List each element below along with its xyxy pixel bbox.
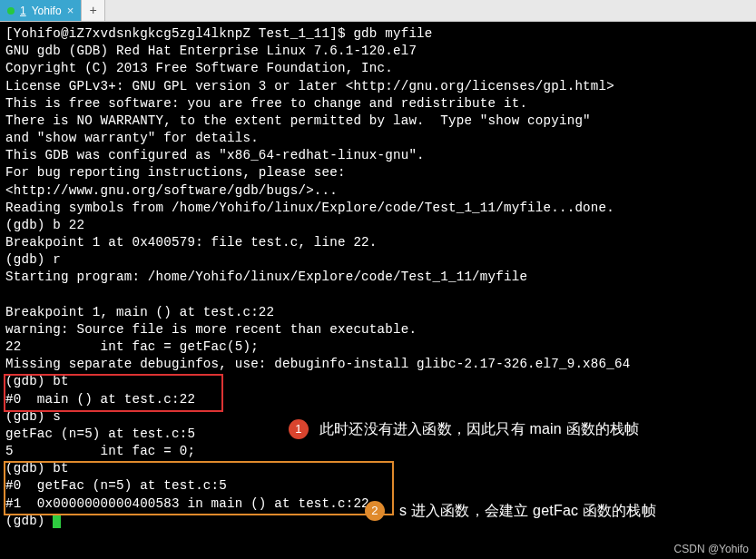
terminal-line: <http://www.gnu.org/software/gdb/bugs/>.… (5, 183, 338, 198)
terminal-output[interactable]: [Yohifo@iZ7xvdsnkgkcg5zgl4lknpZ Test_1_1… (0, 22, 756, 559)
terminal-line: (gdb) b 22 (5, 218, 84, 232)
terminal-line: This is free software: you are free to c… (5, 96, 527, 111)
terminal-line: #0 getFac (n=5) at test.c:5 (5, 478, 227, 493)
terminal-line: License GPLv3+: GNU GPL version 3 or lat… (5, 79, 614, 93)
terminal-line: For bug reporting instructions, please s… (5, 165, 346, 180)
terminal-line: [Yohifo@iZ7xvdsnkgkcg5zgl4lknpZ Test_1_1… (5, 26, 433, 41)
terminal-line: #0 main () at test.c:22 (5, 392, 195, 407)
terminal-line: Reading symbols from /home/Yohifo/linux/… (5, 201, 614, 215)
plus-icon: + (90, 4, 97, 18)
terminal-line: There is NO WARRANTY, to the extent perm… (5, 113, 591, 128)
tab-prefix: 1 (20, 5, 26, 17)
tab-title: Yohifo (32, 5, 62, 17)
terminal-line: (gdb) r (5, 252, 61, 267)
annotation-badge-1: 1 (289, 419, 309, 439)
terminal-line: (gdb) bt (5, 461, 69, 476)
badge-number: 1 (295, 421, 301, 437)
terminal-line: (gdb) s (5, 409, 61, 424)
terminal-line: (gdb) bt (5, 374, 69, 388)
cursor-icon (53, 514, 61, 528)
terminal-line: getFac (n=5) at test.c:5 (5, 427, 195, 441)
annotation-text-1: 此时还没有进入函数，因此只有 main 函数的栈帧 (319, 419, 640, 439)
tab-bar: 1 Yohifo × + (0, 0, 756, 22)
terminal-line: GNU gdb (GDB) Red Hat Enterprise Linux 7… (5, 44, 417, 58)
new-tab-button[interactable]: + (82, 0, 105, 21)
close-icon[interactable]: × (67, 5, 74, 16)
terminal-line: 5 int fac = 0; (5, 444, 195, 458)
terminal-line: (gdb) (5, 514, 53, 528)
terminal-line: and "show warranty" for details. (5, 131, 259, 145)
terminal-line: #1 0x0000000000400583 in main () at test… (5, 496, 369, 511)
terminal-line: 22 int fac = getFac(5); (5, 339, 259, 354)
terminal-line: Missing separate debuginfos, use: debugi… (5, 357, 630, 371)
annotation-text-2: s 进入函数，会建立 getFac 函数的栈帧 (399, 501, 656, 521)
terminal-line: Breakpoint 1 at 0x400579: file test.c, l… (5, 235, 378, 250)
terminal-line: Starting program: /home/Yohifo/linux/Exp… (5, 270, 527, 284)
badge-number: 2 (371, 503, 378, 519)
terminal-line: This GDB was configured as "x86_64-redha… (5, 148, 425, 162)
terminal-tab-active[interactable]: 1 Yohifo × (0, 0, 82, 21)
status-dot-icon (7, 7, 15, 15)
terminal-line: warning: Source file is more recent than… (5, 322, 417, 337)
terminal-line: Copyright (C) 2013 Free Software Foundat… (5, 61, 393, 75)
watermark: CSDN @Yohifo (674, 543, 749, 555)
terminal-line: Breakpoint 1, main () at test.c:22 (5, 305, 274, 319)
